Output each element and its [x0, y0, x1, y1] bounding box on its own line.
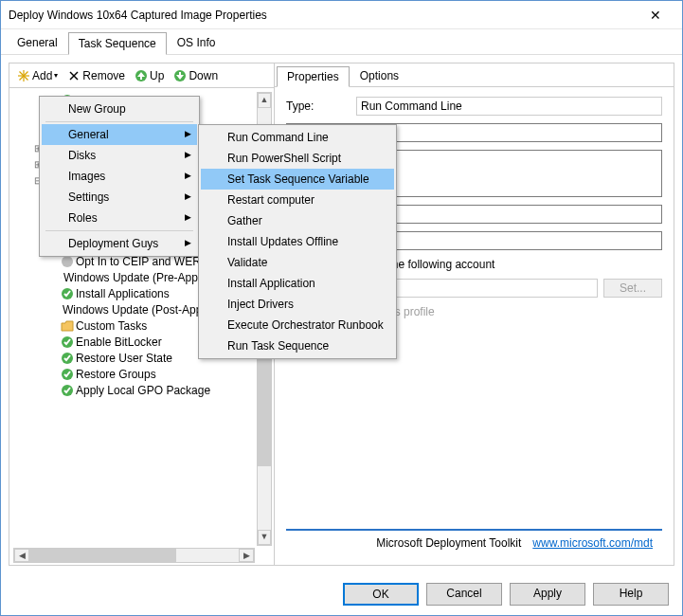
apply-button[interactable]: Apply	[510, 583, 585, 606]
disabled-icon	[61, 271, 62, 284]
folder-icon	[61, 319, 74, 333]
add-button[interactable]: Add ▾	[13, 67, 62, 84]
check-icon	[61, 287, 74, 300]
tree-item[interactable]: Restore Groups	[61, 366, 255, 382]
tab-properties[interactable]: Properties	[277, 66, 350, 87]
chevron-right-icon: ▶	[185, 129, 191, 138]
menu-run-command-line[interactable]: Run Command Line	[201, 127, 394, 148]
up-arrow-icon	[135, 69, 148, 82]
main-tabs: General Task Sequence OS Info	[1, 29, 682, 55]
menu-deployment-guys[interactable]: Deployment Guys▶	[42, 233, 197, 254]
chevron-down-icon: ▾	[54, 71, 58, 80]
footer: Microsoft Deployment Toolkit www.microso…	[286, 529, 662, 555]
chevron-right-icon: ▶	[185, 150, 191, 159]
tab-task-sequence[interactable]: Task Sequence	[68, 32, 167, 55]
tab-options[interactable]: Options	[350, 65, 409, 86]
menu-separator	[45, 230, 193, 231]
close-icon[interactable]: ✕	[637, 2, 674, 28]
general-submenu[interactable]: Run Command Line Run PowerShell Script S…	[198, 124, 397, 359]
type-value: Run Command Line	[356, 97, 662, 116]
down-arrow-icon	[173, 69, 187, 82]
menu-set-task-sequence-variable[interactable]: Set Task Sequence Variable	[201, 169, 394, 190]
menu-restart-computer[interactable]: Restart computer	[201, 190, 394, 210]
set-button: Set...	[603, 279, 662, 298]
tab-general[interactable]: General	[7, 31, 68, 54]
menu-disks[interactable]: Disks▶	[42, 145, 197, 166]
dialog-buttons: OK Cancel Apply Help	[1, 573, 682, 615]
add-menu[interactable]: New Group General▶ Disks▶ Images▶ Settin…	[39, 96, 200, 257]
scroll-left-icon[interactable]: ◀	[14, 549, 29, 562]
check-icon	[61, 384, 74, 397]
up-button[interactable]: Up	[131, 67, 168, 84]
x-icon	[67, 69, 81, 82]
svg-point-15	[62, 256, 73, 267]
property-tabs: Properties Options	[275, 63, 674, 87]
menu-execute-orchestrator[interactable]: Execute Orchestrator Runbook	[201, 315, 394, 335]
remove-label: Remove	[82, 69, 125, 82]
check-icon	[61, 352, 74, 365]
menu-validate[interactable]: Validate	[201, 252, 394, 273]
menu-images[interactable]: Images▶	[42, 166, 197, 187]
menu-inject-drivers[interactable]: Inject Drivers	[201, 294, 394, 315]
menu-new-group[interactable]: New Group	[42, 99, 197, 119]
scroll-down-icon[interactable]: ▼	[258, 530, 271, 545]
ok-button[interactable]: OK	[343, 583, 419, 606]
titlebar: Deploy Windows 10x64 Captured Image Prop…	[1, 1, 682, 29]
menu-run-task-sequence[interactable]: Run Task Sequence	[201, 335, 394, 356]
help-button[interactable]: Help	[593, 583, 669, 606]
chevron-right-icon: ▶	[185, 191, 191, 201]
menu-general[interactable]: General▶	[42, 124, 197, 145]
type-label: Type:	[286, 100, 350, 113]
mdt-link[interactable]: www.microsoft.com/mdt	[532, 536, 653, 550]
svg-point-16	[61, 277, 62, 278]
check-icon	[61, 368, 74, 381]
menu-run-powershell[interactable]: Run PowerShell Script	[201, 148, 394, 169]
toolkit-label: Microsoft Deployment Toolkit	[376, 536, 521, 550]
cancel-button[interactable]: Cancel	[426, 583, 502, 606]
menu-settings[interactable]: Settings▶	[42, 187, 197, 208]
up-label: Up	[150, 69, 164, 82]
remove-button[interactable]: Remove	[63, 67, 129, 84]
chevron-right-icon: ▶	[185, 171, 191, 180]
sunburst-icon	[17, 69, 30, 82]
horizontal-scrollbar[interactable]: ◀▶	[13, 548, 255, 563]
toolbar: Add ▾ Remove Up Down	[9, 63, 274, 88]
add-label: Add	[32, 69, 52, 82]
dialog-window: Deploy Windows 10x64 Captured Image Prop…	[0, 0, 683, 616]
window-title: Deploy Windows 10x64 Captured Image Prop…	[9, 9, 637, 22]
chevron-right-icon: ▶	[185, 212, 191, 222]
menu-install-application[interactable]: Install Application	[201, 273, 394, 294]
down-button[interactable]: Down	[170, 67, 222, 84]
menu-install-updates-offline[interactable]: Install Updates Offline	[201, 231, 394, 252]
down-label: Down	[189, 69, 218, 82]
menu-separator	[45, 121, 193, 122]
scroll-right-icon[interactable]: ▶	[239, 549, 254, 562]
account-input	[375, 279, 598, 298]
menu-gather[interactable]: Gather	[201, 210, 394, 231]
menu-roles[interactable]: Roles▶	[42, 208, 197, 228]
tab-os-info[interactable]: OS Info	[167, 31, 226, 54]
chevron-right-icon: ▶	[185, 238, 191, 247]
check-icon	[61, 335, 74, 349]
scroll-up-icon[interactable]: ▲	[258, 93, 271, 108]
tree-item[interactable]: Apply Local GPO Package	[61, 382, 255, 398]
